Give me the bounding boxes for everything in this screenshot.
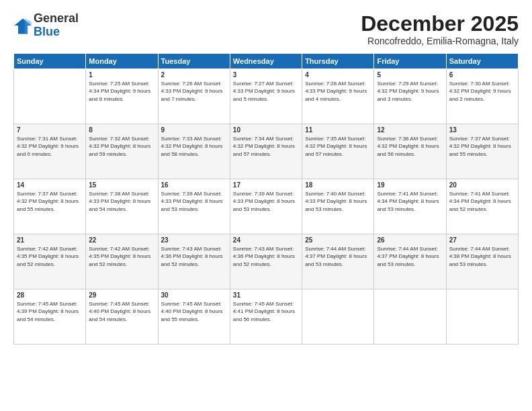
- cell-content: Sunrise: 7:42 AM Sunset: 4:35 PM Dayligh…: [89, 245, 154, 268]
- cell-content: Sunrise: 7:42 AM Sunset: 4:35 PM Dayligh…: [17, 245, 83, 268]
- day-number: 11: [305, 126, 371, 134]
- cell-4-3: 31Sunrise: 7:45 AM Sunset: 4:41 PM Dayli…: [230, 289, 302, 345]
- day-number: 15: [89, 181, 154, 189]
- cell-2-5: 19Sunrise: 7:41 AM Sunset: 4:34 PM Dayli…: [374, 179, 446, 234]
- logo-icon: [13, 16, 32, 35]
- cell-0-0: [14, 69, 86, 124]
- cell-2-3: 17Sunrise: 7:39 AM Sunset: 4:33 PM Dayli…: [230, 179, 302, 234]
- day-number: 30: [161, 291, 227, 299]
- cell-content: Sunrise: 7:41 AM Sunset: 4:34 PM Dayligh…: [449, 190, 515, 213]
- cell-1-1: 8Sunrise: 7:32 AM Sunset: 4:32 PM Daylig…: [86, 124, 158, 179]
- cell-2-1: 15Sunrise: 7:38 AM Sunset: 4:33 PM Dayli…: [86, 179, 158, 234]
- cell-1-3: 10Sunrise: 7:34 AM Sunset: 4:32 PM Dayli…: [230, 124, 302, 179]
- day-number: 7: [17, 126, 83, 134]
- cell-0-4: 4Sunrise: 7:28 AM Sunset: 4:33 PM Daylig…: [302, 69, 374, 124]
- cell-content: Sunrise: 7:44 AM Sunset: 4:38 PM Dayligh…: [449, 245, 515, 268]
- col-sunday: Sunday: [14, 54, 86, 69]
- title-block: December 2025 Roncofreddo, Emilia-Romagn…: [361, 12, 519, 46]
- cell-2-2: 16Sunrise: 7:39 AM Sunset: 4:33 PM Dayli…: [158, 179, 230, 234]
- day-number: 6: [449, 71, 515, 79]
- cell-3-0: 21Sunrise: 7:42 AM Sunset: 4:35 PM Dayli…: [14, 234, 86, 289]
- cell-4-5: [374, 289, 446, 345]
- cell-content: Sunrise: 7:25 AM Sunset: 4:34 PM Dayligh…: [89, 80, 154, 103]
- cell-content: Sunrise: 7:44 AM Sunset: 4:37 PM Dayligh…: [377, 245, 443, 268]
- calendar-table: Sunday Monday Tuesday Wednesday Thursday…: [13, 53, 519, 345]
- cell-content: Sunrise: 7:28 AM Sunset: 4:33 PM Dayligh…: [305, 80, 371, 103]
- cell-1-0: 7Sunrise: 7:31 AM Sunset: 4:32 PM Daylig…: [14, 124, 86, 179]
- day-number: 14: [17, 181, 83, 189]
- cell-content: Sunrise: 7:39 AM Sunset: 4:33 PM Dayligh…: [233, 190, 299, 213]
- cell-2-6: 20Sunrise: 7:41 AM Sunset: 4:34 PM Dayli…: [446, 179, 518, 234]
- day-number: 19: [377, 181, 443, 189]
- cell-content: Sunrise: 7:40 AM Sunset: 4:33 PM Dayligh…: [305, 190, 371, 213]
- cell-content: Sunrise: 7:32 AM Sunset: 4:32 PM Dayligh…: [89, 135, 154, 158]
- cell-content: Sunrise: 7:45 AM Sunset: 4:40 PM Dayligh…: [89, 300, 154, 323]
- day-number: 21: [17, 236, 83, 244]
- page: General Blue December 2025 Roncofreddo, …: [0, 0, 532, 411]
- cell-content: Sunrise: 7:45 AM Sunset: 4:40 PM Dayligh…: [161, 300, 227, 323]
- cell-0-2: 2Sunrise: 7:26 AM Sunset: 4:33 PM Daylig…: [158, 69, 230, 124]
- cell-content: Sunrise: 7:41 AM Sunset: 4:34 PM Dayligh…: [377, 190, 443, 213]
- cell-3-2: 23Sunrise: 7:43 AM Sunset: 4:36 PM Dayli…: [158, 234, 230, 289]
- cell-4-6: [446, 289, 518, 345]
- day-number: 18: [305, 181, 371, 189]
- day-number: 20: [449, 181, 515, 189]
- day-number: 1: [89, 71, 154, 79]
- cell-3-3: 24Sunrise: 7:43 AM Sunset: 4:36 PM Dayli…: [230, 234, 302, 289]
- day-number: 17: [233, 181, 299, 189]
- cell-0-6: 6Sunrise: 7:30 AM Sunset: 4:32 PM Daylig…: [446, 69, 518, 124]
- cell-content: Sunrise: 7:29 AM Sunset: 4:32 PM Dayligh…: [377, 80, 443, 103]
- cell-1-6: 13Sunrise: 7:37 AM Sunset: 4:32 PM Dayli…: [446, 124, 518, 179]
- week-row-1: 7Sunrise: 7:31 AM Sunset: 4:32 PM Daylig…: [14, 124, 519, 179]
- cell-4-0: 28Sunrise: 7:45 AM Sunset: 4:39 PM Dayli…: [14, 289, 86, 345]
- cell-content: Sunrise: 7:39 AM Sunset: 4:33 PM Dayligh…: [161, 190, 227, 213]
- cell-0-5: 5Sunrise: 7:29 AM Sunset: 4:32 PM Daylig…: [374, 69, 446, 124]
- cell-content: Sunrise: 7:43 AM Sunset: 4:36 PM Dayligh…: [161, 245, 227, 268]
- day-number: 3: [233, 71, 299, 79]
- cell-3-6: 27Sunrise: 7:44 AM Sunset: 4:38 PM Dayli…: [446, 234, 518, 289]
- cell-2-0: 14Sunrise: 7:37 AM Sunset: 4:32 PM Dayli…: [14, 179, 86, 234]
- cell-content: Sunrise: 7:31 AM Sunset: 4:32 PM Dayligh…: [17, 135, 83, 158]
- cell-2-4: 18Sunrise: 7:40 AM Sunset: 4:33 PM Dayli…: [302, 179, 374, 234]
- cell-4-1: 29Sunrise: 7:45 AM Sunset: 4:40 PM Dayli…: [86, 289, 158, 345]
- cell-3-1: 22Sunrise: 7:42 AM Sunset: 4:35 PM Dayli…: [86, 234, 158, 289]
- cell-content: Sunrise: 7:44 AM Sunset: 4:37 PM Dayligh…: [305, 245, 371, 268]
- cell-content: Sunrise: 7:35 AM Sunset: 4:32 PM Dayligh…: [305, 135, 371, 158]
- week-row-2: 14Sunrise: 7:37 AM Sunset: 4:32 PM Dayli…: [14, 179, 519, 234]
- month-title: December 2025: [361, 12, 519, 36]
- cell-content: Sunrise: 7:45 AM Sunset: 4:41 PM Dayligh…: [233, 300, 299, 323]
- cell-1-5: 12Sunrise: 7:36 AM Sunset: 4:32 PM Dayli…: [374, 124, 446, 179]
- col-tuesday: Tuesday: [158, 54, 230, 69]
- cell-1-2: 9Sunrise: 7:33 AM Sunset: 4:32 PM Daylig…: [158, 124, 230, 179]
- day-number: 26: [377, 236, 443, 244]
- cell-content: Sunrise: 7:38 AM Sunset: 4:33 PM Dayligh…: [89, 190, 154, 213]
- cell-4-4: [302, 289, 374, 345]
- cell-4-2: 30Sunrise: 7:45 AM Sunset: 4:40 PM Dayli…: [158, 289, 230, 345]
- day-number: 22: [89, 236, 154, 244]
- cell-content: Sunrise: 7:34 AM Sunset: 4:32 PM Dayligh…: [233, 135, 299, 158]
- cell-content: Sunrise: 7:36 AM Sunset: 4:32 PM Dayligh…: [377, 135, 443, 158]
- cell-content: Sunrise: 7:27 AM Sunset: 4:33 PM Dayligh…: [233, 80, 299, 103]
- col-monday: Monday: [86, 54, 158, 69]
- cell-content: Sunrise: 7:37 AM Sunset: 4:32 PM Dayligh…: [449, 135, 515, 158]
- day-number: 16: [161, 181, 227, 189]
- day-number: 4: [305, 71, 371, 79]
- day-number: 25: [305, 236, 371, 244]
- week-row-4: 28Sunrise: 7:45 AM Sunset: 4:39 PM Dayli…: [14, 289, 519, 345]
- cell-1-4: 11Sunrise: 7:35 AM Sunset: 4:32 PM Dayli…: [302, 124, 374, 179]
- col-saturday: Saturday: [446, 54, 518, 69]
- day-number: 23: [161, 236, 227, 244]
- cell-content: Sunrise: 7:33 AM Sunset: 4:32 PM Dayligh…: [161, 135, 227, 158]
- day-number: 13: [449, 126, 515, 134]
- header-row: Sunday Monday Tuesday Wednesday Thursday…: [14, 54, 519, 69]
- day-number: 27: [449, 236, 515, 244]
- cell-content: Sunrise: 7:43 AM Sunset: 4:36 PM Dayligh…: [233, 245, 299, 268]
- day-number: 8: [89, 126, 154, 134]
- cell-content: Sunrise: 7:26 AM Sunset: 4:33 PM Dayligh…: [161, 80, 227, 103]
- day-number: 28: [17, 291, 83, 299]
- logo-line2: Blue: [34, 26, 79, 39]
- cell-content: Sunrise: 7:30 AM Sunset: 4:32 PM Dayligh…: [449, 80, 515, 103]
- day-number: 5: [377, 71, 443, 79]
- day-number: 10: [233, 126, 299, 134]
- logo-line1: General: [34, 12, 79, 26]
